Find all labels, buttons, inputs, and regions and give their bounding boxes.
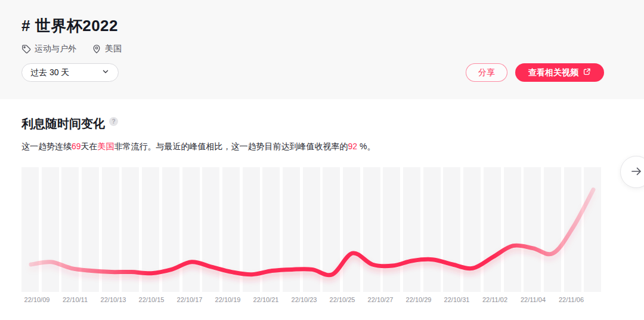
x-tick-label: 22/10/25 [330,296,355,303]
arrow-right-icon [630,165,643,180]
trend-line-path [31,190,593,275]
interest-section: 利息随时间变化 ? 这一趋势连续69天在美国非常流行。与最近的峰值相比，这一趋势… [0,99,644,306]
x-tick-label: 22/10/31 [444,296,470,303]
section-title: 利息随时间变化 [21,116,105,132]
description-text: 非常流行。与最近的峰值相比，这一趋势目前达到峰值收视率的 [114,141,348,151]
category-label: 运动与户外 [35,44,76,54]
chart-plot-area [21,167,604,292]
view-videos-label: 查看相关视频 [528,67,578,78]
date-range-dropdown[interactable]: 过去 30 天 [21,63,119,82]
x-tick-label: 22/10/19 [215,296,241,303]
description-highlight: 69 [72,141,81,151]
x-tick-label: 22/10/23 [292,296,317,303]
controls-row: 过去 30 天 分享 查看相关视频 [21,63,604,82]
trend-description: 这一趋势连续69天在美国非常流行。与最近的峰值相比，这一趋势目前达到峰值收视率的… [21,140,604,152]
section-head: 利息随时间变化 ? [21,116,604,132]
header-actions: 分享 查看相关视频 [466,63,604,82]
help-icon[interactable]: ? [109,117,118,126]
chevron-down-icon [101,67,110,78]
trend-meta: 运动与户外 美国 [21,44,604,54]
share-button[interactable]: 分享 [466,63,507,82]
date-range-value: 过去 30 天 [30,67,69,78]
x-tick-label: 22/10/15 [139,296,165,303]
region-label: 美国 [105,44,122,54]
region-tag: 美国 [92,44,122,54]
x-tick-label: 22/10/27 [368,296,394,303]
x-tick-label: 22/10/11 [63,296,88,303]
x-tick-label: 22/10/17 [177,296,203,303]
x-tick-label: 22/10/09 [24,296,50,303]
tag-icon [21,44,31,54]
trend-header: # 世界杯2022 运动与户外 美国 过去 30 天 [0,0,644,99]
view-videos-button[interactable]: 查看相关视频 [515,63,604,82]
category-tag: 运动与户外 [21,44,76,54]
description-highlight: 美国 [98,141,114,151]
x-tick-label: 22/10/21 [253,296,279,303]
description-text: %。 [357,141,375,151]
location-pin-icon [92,44,101,54]
description-text: 天在 [81,141,98,151]
description-text: 这一趋势连续 [21,141,72,151]
x-tick-label: 22/11/04 [521,296,546,303]
x-tick-label: 22/10/29 [406,296,432,303]
x-tick-label: 22/11/02 [482,296,507,303]
interest-over-time-chart: 22/10/0922/10/1122/10/1322/10/1522/10/17… [21,167,604,306]
description-highlight: 92 [348,141,358,151]
external-link-icon [583,67,591,78]
page-title: # 世界杯2022 [21,16,604,36]
x-axis-labels: 22/10/0922/10/1122/10/1322/10/1522/10/17… [21,296,604,306]
trend-line-svg [21,167,604,292]
x-tick-label: 22/10/13 [101,296,126,303]
x-tick-label: 22/11/06 [559,296,584,303]
